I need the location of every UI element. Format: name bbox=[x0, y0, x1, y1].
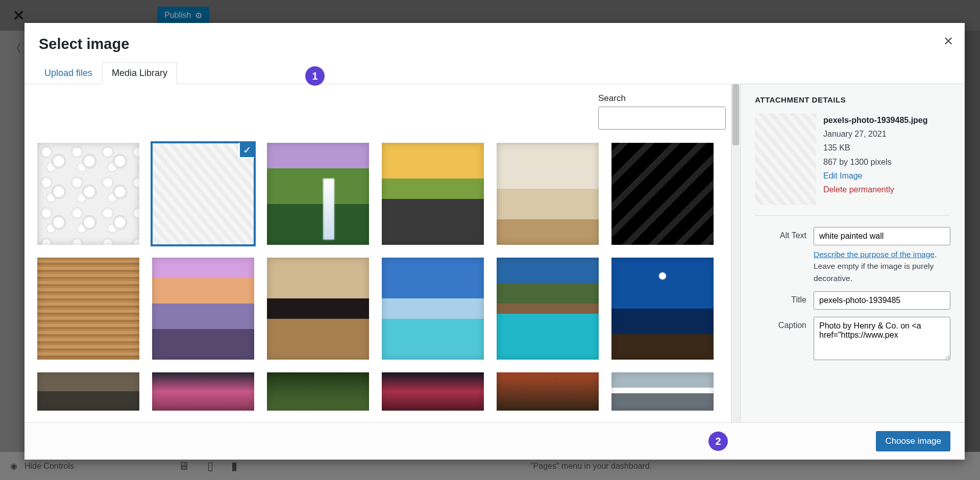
modal-toolbar: Choose image bbox=[24, 422, 965, 460]
annotation-badge-2: 2 bbox=[708, 432, 728, 451]
annotation-badge-1: 1 bbox=[305, 66, 325, 86]
tablet-icon: ▯ bbox=[207, 460, 213, 473]
scrollbar[interactable] bbox=[731, 84, 740, 422]
mobile-icon: ▮ bbox=[231, 460, 237, 473]
edit-image-link[interactable]: Edit Image bbox=[823, 169, 928, 183]
caption-label: Caption bbox=[755, 317, 814, 330]
check-icon: ✓ bbox=[239, 143, 254, 158]
media-thumb[interactable] bbox=[37, 258, 139, 360]
media-thumb[interactable] bbox=[152, 372, 254, 411]
filename: pexels-photo-1939485.jpeg bbox=[823, 113, 928, 127]
upload-date: January 27, 2021 bbox=[823, 127, 928, 141]
media-thumb[interactable] bbox=[267, 143, 369, 245]
media-thumb[interactable] bbox=[382, 258, 484, 360]
alt-help-link[interactable]: Describe the purpose of the image bbox=[814, 250, 935, 259]
attachment-details: ATTACHMENT DETAILS pexels-photo-1939485.… bbox=[740, 84, 965, 422]
media-grid-area: Search ✓ bbox=[24, 84, 740, 422]
media-thumb[interactable] bbox=[37, 143, 139, 245]
caption-input[interactable] bbox=[814, 317, 950, 360]
media-thumb[interactable] bbox=[497, 258, 599, 360]
media-thumb[interactable] bbox=[611, 143, 714, 245]
media-thumb[interactable] bbox=[267, 258, 369, 360]
tab-upload-files[interactable]: Upload files bbox=[35, 62, 102, 84]
alt-text-label: Alt Text bbox=[755, 227, 814, 240]
bg-publish-button: Publish ⚙ bbox=[157, 7, 209, 24]
alt-text-input[interactable] bbox=[814, 227, 950, 245]
desktop-icon: 🖥 bbox=[178, 460, 189, 473]
details-thumbnail bbox=[755, 113, 816, 205]
media-modal: Select image ✕ Upload files Media Librar… bbox=[24, 23, 965, 460]
media-thumb[interactable] bbox=[382, 143, 484, 245]
close-button[interactable]: ✕ bbox=[943, 34, 953, 48]
media-thumb[interactable] bbox=[152, 258, 254, 360]
modal-title: Select image bbox=[39, 36, 950, 53]
dimensions: 867 by 1300 pixels bbox=[823, 155, 928, 169]
media-thumb[interactable] bbox=[382, 372, 484, 411]
media-thumb[interactable] bbox=[611, 372, 714, 411]
gear-icon: ⚙ bbox=[195, 11, 202, 20]
eye-off-icon: ◉ bbox=[10, 461, 17, 471]
delete-link[interactable]: Delete permanently bbox=[823, 183, 928, 196]
title-input[interactable] bbox=[814, 291, 950, 310]
hide-controls-label: Hide Controls bbox=[24, 462, 74, 471]
bg-close-icon: ✕ bbox=[13, 7, 24, 24]
media-thumb[interactable] bbox=[497, 372, 599, 411]
media-thumb[interactable] bbox=[267, 372, 369, 411]
tab-media-library[interactable]: Media Library bbox=[102, 62, 177, 84]
details-heading: ATTACHMENT DETAILS bbox=[755, 95, 950, 104]
media-thumb[interactable] bbox=[37, 372, 139, 411]
search-input[interactable] bbox=[598, 107, 726, 130]
tabs: Upload files Media Library bbox=[24, 62, 965, 84]
media-thumb[interactable]: ✓ bbox=[152, 143, 254, 245]
choose-image-button[interactable]: Choose image bbox=[876, 431, 950, 451]
media-thumb[interactable] bbox=[611, 258, 714, 360]
search-label: Search bbox=[598, 93, 726, 104]
bg-text: "Pages" menu in your dashboard. bbox=[530, 462, 652, 471]
file-size: 135 KB bbox=[823, 141, 928, 155]
media-thumb[interactable] bbox=[497, 143, 599, 245]
title-label: Title bbox=[755, 291, 814, 305]
